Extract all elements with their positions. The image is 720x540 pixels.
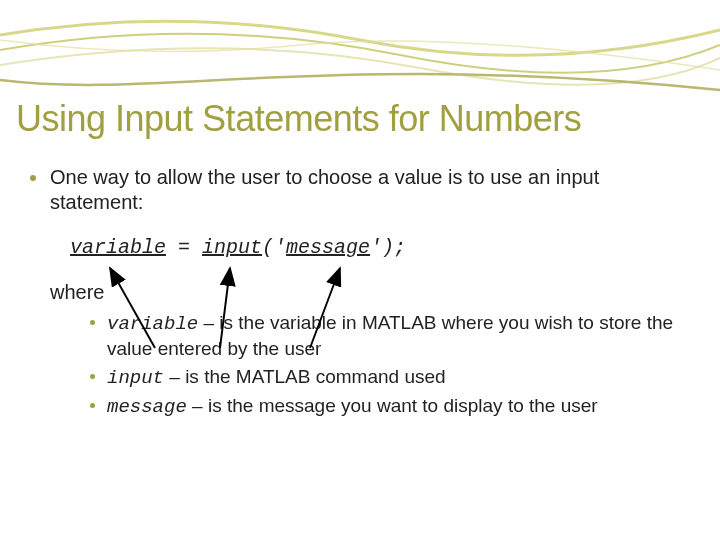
slide-body: One way to allow the user to choose a va… — [30, 165, 690, 424]
bullet-icon — [90, 403, 95, 408]
list-item: variable – is the variable in MATLAB whe… — [90, 311, 690, 361]
header-swoosh — [0, 0, 720, 110]
list-item: input – is the MATLAB command used — [90, 365, 690, 391]
code-eq: = — [166, 236, 202, 259]
item-text: message – is the message you want to dis… — [107, 394, 598, 420]
code-example: variable = input('message'); — [70, 235, 690, 260]
bullet-icon — [90, 320, 95, 325]
item-term: input — [107, 367, 164, 389]
code-open: (' — [262, 236, 286, 259]
bullet-icon — [90, 374, 95, 379]
item-text: variable – is the variable in MATLAB whe… — [107, 311, 690, 361]
item-sep: – — [198, 312, 219, 333]
slide-title: Using Input Statements for Numbers — [16, 98, 704, 140]
item-text: input – is the MATLAB command used — [107, 365, 446, 391]
item-desc: is the MATLAB command used — [185, 366, 445, 387]
where-label: where — [50, 280, 690, 305]
intro-bullet: One way to allow the user to choose a va… — [30, 165, 690, 215]
definition-list: variable – is the variable in MATLAB whe… — [90, 311, 690, 420]
bullet-icon — [30, 175, 36, 181]
code-variable: variable — [70, 236, 166, 259]
item-term: variable — [107, 313, 198, 335]
item-sep: – — [187, 395, 208, 416]
item-term: message — [107, 396, 187, 418]
item-desc: is the message you want to display to th… — [208, 395, 598, 416]
code-input-fn: input — [202, 236, 262, 259]
code-message: message — [286, 236, 370, 259]
code-close: '); — [370, 236, 406, 259]
item-sep: – — [164, 366, 185, 387]
intro-text: One way to allow the user to choose a va… — [50, 165, 690, 215]
list-item: message – is the message you want to dis… — [90, 394, 690, 420]
